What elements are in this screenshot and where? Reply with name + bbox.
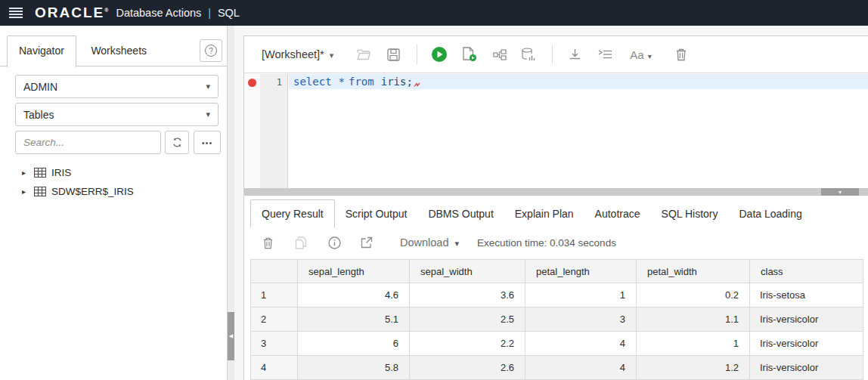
cell[interactable]: 4.6	[298, 283, 410, 307]
cell[interactable]: Iris-setosa	[750, 283, 863, 307]
table-row[interactable]: 2 5.1 2.5 3 1.1 Iris-versicolor	[251, 307, 863, 332]
table-row[interactable]: 3 6 2.2 4 1 Iris-versicolor	[251, 332, 863, 356]
breakpoint-icon[interactable]	[248, 79, 256, 87]
tab-sql-history[interactable]: SQL History	[651, 199, 729, 227]
save-icon	[387, 48, 400, 61]
object-tree: ▸ IRIS ▸ SDW$ERR$_IRIS	[0, 163, 227, 201]
sidebar-tab-bar: Navigator Worksheets ?	[0, 36, 227, 66]
explain-plan-button[interactable]	[492, 47, 507, 62]
tab-autotrace[interactable]: Autotrace	[584, 199, 651, 227]
oracle-logo: ORACLE®	[35, 5, 108, 21]
download-icon	[569, 48, 581, 61]
row-number: 4	[251, 356, 298, 380]
autotrace-icon	[522, 48, 535, 61]
cell[interactable]: 2.6	[410, 356, 525, 380]
results-collapse-handle[interactable]: ▼	[821, 188, 859, 196]
sidebar: Navigator Worksheets ? ADMIN ▾ Tables ▾ …	[0, 26, 228, 380]
horizontal-splitter[interactable]: ▼	[244, 188, 868, 196]
collapse-down-icon: ▼	[838, 190, 843, 195]
column-header[interactable]: petal_length	[525, 260, 637, 283]
cell[interactable]: Iris-versicolor	[750, 356, 863, 380]
open-in-new-tab-button[interactable]	[359, 235, 374, 250]
save-button[interactable]	[386, 47, 401, 62]
tab-dbms-output[interactable]: DBMS Output	[417, 199, 504, 227]
schema-select[interactable]: ADMIN ▾	[15, 75, 219, 98]
table-row[interactable]: 4 5.8 2.6 4 1.2 Iris-versicolor	[251, 356, 863, 380]
cell[interactable]: 5.8	[298, 356, 410, 380]
sql-identifier: iris;	[381, 76, 413, 88]
open-file-button[interactable]	[356, 47, 371, 62]
download-results-dropdown[interactable]: Download▾	[400, 236, 459, 249]
cell[interactable]: Iris-versicolor	[750, 307, 863, 332]
cell[interactable]: 1.2	[637, 356, 750, 380]
object-type-select[interactable]: Tables ▾	[15, 103, 219, 126]
download-editor-button[interactable]	[567, 47, 582, 62]
toolbar-divider	[417, 45, 417, 64]
row-number: 3	[251, 332, 298, 356]
autotrace-button[interactable]	[521, 47, 536, 62]
table-icon	[34, 187, 46, 196]
tab-worksheets[interactable]: Worksheets	[79, 36, 158, 67]
result-grid[interactable]: sepal_length sepal_width petal_length pe…	[250, 259, 863, 380]
copy-icon	[295, 236, 307, 249]
cell[interactable]: Iris-versicolor	[750, 332, 863, 356]
search-input[interactable]	[15, 131, 161, 154]
tab-navigator[interactable]: Navigator	[7, 36, 76, 67]
top-bar: ORACLE® Database Actions | SQL	[0, 0, 868, 26]
sql-star: *	[339, 76, 345, 88]
cell[interactable]: 3.6	[410, 283, 525, 307]
chevron-down-icon: ▾	[455, 239, 460, 248]
folder-icon	[357, 49, 370, 60]
cell[interactable]: 4	[525, 332, 637, 356]
code-line-1[interactable]: select * from iris;	[289, 74, 868, 89]
menu-icon[interactable]	[9, 8, 23, 18]
results-toolbar: Download▾ Execution time: 0.034 seconds	[260, 231, 616, 254]
refresh-button[interactable]	[165, 131, 189, 154]
column-header[interactable]: sepal_length	[298, 260, 410, 283]
worksheet-selector[interactable]: [Worksheet]*▾	[262, 48, 333, 60]
execution-time: Execution time: 0.034 seconds	[477, 237, 616, 249]
cell[interactable]: 2.2	[410, 332, 525, 356]
cell[interactable]: 1	[637, 332, 750, 356]
vertical-splitter[interactable]: ◀	[228, 26, 234, 380]
cell[interactable]: 0.2	[637, 283, 750, 307]
cell[interactable]: 4	[525, 356, 637, 380]
expand-arrow-icon[interactable]: ▸	[22, 168, 34, 177]
worksheet-panel: [Worksheet]*▾	[243, 36, 868, 380]
copy-results-button[interactable]	[293, 235, 308, 250]
cell[interactable]: 5.1	[298, 307, 410, 332]
tab-explain-plan[interactable]: Explain Plan	[504, 199, 584, 227]
tab-query-result[interactable]: Query Result	[250, 199, 335, 227]
row-number: 1	[251, 283, 298, 307]
app-context: SQL	[218, 7, 240, 19]
cell[interactable]: 2.5	[410, 307, 525, 332]
discard-results-button[interactable]	[260, 235, 275, 250]
run-statement-button[interactable]	[432, 47, 447, 62]
column-header[interactable]: petal_width	[637, 260, 750, 283]
help-button[interactable]: ?	[200, 39, 222, 62]
more-actions-button[interactable]: •••	[194, 131, 221, 154]
sql-keyword: select	[293, 76, 332, 88]
worksheet-toolbar: [Worksheet]*▾	[244, 36, 868, 73]
table-row[interactable]: 1 4.6 3.6 1 0.2 Iris-setosa	[251, 283, 863, 307]
tab-data-loading[interactable]: Data Loading	[729, 199, 813, 227]
run-script-button[interactable]	[462, 47, 477, 62]
cell[interactable]: 1.1	[637, 307, 750, 332]
cell[interactable]: 6	[298, 332, 410, 356]
cell[interactable]: 1	[525, 283, 637, 307]
tree-item-sdw-err-iris[interactable]: ▸ SDW$ERR$_IRIS	[0, 182, 227, 201]
trash-icon	[262, 236, 274, 249]
expand-arrow-icon[interactable]: ▸	[22, 187, 34, 196]
clear-editor-button[interactable]	[674, 47, 689, 62]
column-header[interactable]: class	[750, 260, 863, 283]
cell[interactable]: 3	[525, 307, 637, 332]
sidebar-collapse-handle[interactable]: ◀	[228, 312, 234, 360]
query-info-button[interactable]	[327, 235, 342, 250]
chevron-down-icon: ▾	[206, 82, 210, 91]
column-header[interactable]: sepal_width	[410, 260, 525, 283]
tree-item-iris[interactable]: ▸ IRIS	[0, 163, 227, 182]
format-icon	[598, 49, 612, 60]
tab-script-output[interactable]: Script Output	[335, 199, 418, 227]
format-button[interactable]	[597, 47, 612, 62]
font-size-selector[interactable]: Aa▾	[630, 48, 651, 61]
